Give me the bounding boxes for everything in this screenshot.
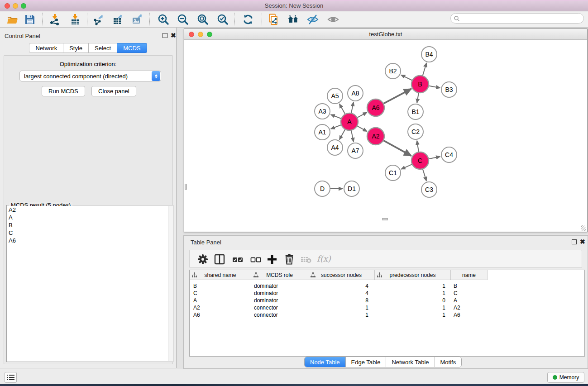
table-row[interactable]: Bdominator41B [190, 282, 584, 290]
edge-C-C1[interactable] [401, 164, 412, 169]
run-mcds-button[interactable]: Run MCDS [42, 86, 85, 96]
tab-mcds[interactable]: MCDS [117, 43, 147, 53]
show-details-icon[interactable] [327, 14, 339, 25]
edge-A-A6[interactable] [357, 112, 367, 118]
export-table-icon[interactable] [112, 14, 124, 25]
delete-column-icon[interactable] [283, 253, 295, 265]
edge-C-C3[interactable] [423, 169, 426, 181]
save-session-icon[interactable] [24, 14, 36, 25]
table-cell[interactable]: 1 [308, 305, 375, 311]
table-cell[interactable]: 8 [308, 297, 375, 304]
close-table-panel-icon[interactable]: ✖ [580, 239, 585, 244]
window-resize-grip[interactable] [581, 225, 586, 231]
zoom-in-icon[interactable] [158, 14, 169, 25]
table-cell[interactable]: A6 [451, 312, 488, 318]
column-header-predecessor-nodes[interactable]: predecessor nodes [375, 270, 451, 280]
export-image-icon[interactable] [132, 14, 143, 25]
import-table-icon[interactable] [69, 14, 81, 25]
edge-A-A1[interactable] [331, 125, 342, 129]
table-cell[interactable]: C [190, 290, 251, 296]
optimization-criterion-dropdown[interactable]: largest connected component (directed) [19, 71, 161, 81]
float-panel-icon[interactable] [163, 33, 167, 38]
edge-A-A2[interactable] [357, 126, 367, 131]
mcds-result-item[interactable]: B [7, 221, 167, 229]
edge-B-B1[interactable] [417, 93, 419, 103]
table-cell[interactable]: 1 [375, 305, 451, 311]
edge-B-B4[interactable] [423, 63, 427, 76]
node-attribute-table[interactable]: shared nameMCDS rolesuccessor nodesprede… [189, 270, 585, 357]
mcds-result-item[interactable]: A [7, 214, 167, 221]
table-row[interactable]: Cdominator41C [190, 290, 584, 297]
table-cell[interactable]: B [190, 283, 251, 289]
tab-edge-table[interactable]: Edge Table [346, 357, 387, 367]
zoom-fit-icon[interactable] [197, 14, 209, 25]
table-cell[interactable]: connector [251, 305, 308, 311]
edge-A-A8[interactable] [351, 102, 354, 114]
select-all-checks-icon[interactable] [232, 253, 244, 265]
zoom-selected-icon[interactable] [217, 14, 229, 25]
column-header-successor-nodes[interactable]: successor nodes [308, 270, 375, 280]
mcds-result-list[interactable]: A2ABCA6 [7, 206, 167, 361]
import-network-icon[interactable] [49, 14, 61, 25]
table-cell[interactable]: 0 [375, 297, 451, 304]
table-cell[interactable]: 4 [308, 283, 375, 289]
tab-node-table[interactable]: Node Table [305, 357, 346, 367]
column-header-MCDS-role[interactable]: MCDS role [251, 270, 308, 280]
column-header-name[interactable]: name [451, 270, 488, 280]
table-row[interactable]: Adominator80A [190, 297, 584, 304]
close-panel-button[interactable]: Close panel [91, 86, 136, 96]
add-column-icon[interactable] [266, 253, 278, 265]
hide-details-icon[interactable] [307, 14, 319, 25]
mcds-result-item[interactable]: A2 [7, 206, 167, 214]
mcds-result-item[interactable]: C [7, 229, 167, 237]
tab-network-table[interactable]: Network Table [386, 357, 435, 367]
open-session-icon[interactable] [7, 14, 19, 25]
table-cell[interactable]: dominator [251, 290, 308, 296]
zoom-out-icon[interactable] [177, 14, 189, 25]
table-cell[interactable]: 1 [375, 283, 451, 289]
network-vertical-scroll-thumb[interactable] [185, 184, 187, 190]
search-input[interactable] [460, 15, 583, 22]
first-neighbors-icon[interactable] [287, 14, 299, 25]
network-graph[interactable]: B4B2BB3A5A8A6A3AB1A1C2A2A4A7C4CC1C3DD1 [184, 40, 587, 232]
table-cell[interactable]: 1 [375, 312, 451, 318]
edge-A6-B[interactable] [383, 89, 411, 104]
edge-B-B3[interactable] [429, 86, 440, 88]
tab-style[interactable]: Style [63, 43, 89, 53]
table-cell[interactable]: 1 [375, 290, 451, 296]
network-horizontal-scroll-thumb[interactable] [382, 218, 388, 220]
column-header-shared-name[interactable]: shared name [190, 270, 251, 280]
close-panel-icon[interactable]: ✖ [171, 33, 176, 38]
new-network-from-selection-icon[interactable] [268, 14, 280, 25]
edge-B-B2[interactable] [401, 75, 412, 81]
export-network-icon[interactable] [93, 14, 105, 25]
table-cell[interactable]: dominator [251, 283, 308, 289]
table-cell[interactable]: A [451, 297, 488, 304]
network-window-titlebar[interactable]: testGlobe.txt [184, 29, 587, 40]
clear-all-checks-icon[interactable] [250, 253, 262, 265]
table-cell[interactable]: A2 [451, 305, 488, 311]
table-cell[interactable]: connector [251, 312, 308, 318]
memory-button[interactable]: Memory [547, 372, 584, 383]
table-cell[interactable]: A6 [190, 312, 251, 318]
edge-A-A5[interactable] [339, 104, 345, 114]
table-cell[interactable]: 1 [308, 312, 375, 318]
table-row[interactable]: A2connector11A2 [190, 304, 584, 311]
tab-motifs[interactable]: Motifs [435, 357, 462, 367]
edge-C-C4[interactable] [429, 157, 440, 159]
edge-A2-C[interactable] [383, 140, 411, 156]
table-cell[interactable]: B [451, 283, 488, 289]
table-settings-gear-icon[interactable] [197, 253, 209, 265]
edge-C-C2[interactable] [417, 141, 419, 152]
mcds-list-scrollbar[interactable] [168, 206, 173, 361]
show-columns-icon[interactable] [214, 253, 225, 265]
table-cell[interactable]: A [190, 297, 251, 304]
table-cell[interactable]: A2 [190, 305, 251, 311]
float-table-panel-icon[interactable] [572, 239, 577, 244]
table-cell[interactable]: dominator [251, 297, 308, 304]
table-row[interactable]: A6connector11A6 [190, 311, 584, 319]
search-field[interactable] [450, 13, 584, 24]
table-cell[interactable]: 4 [308, 290, 375, 296]
mcds-result-item[interactable]: A6 [7, 237, 167, 244]
edge-A-A4[interactable] [339, 129, 345, 140]
